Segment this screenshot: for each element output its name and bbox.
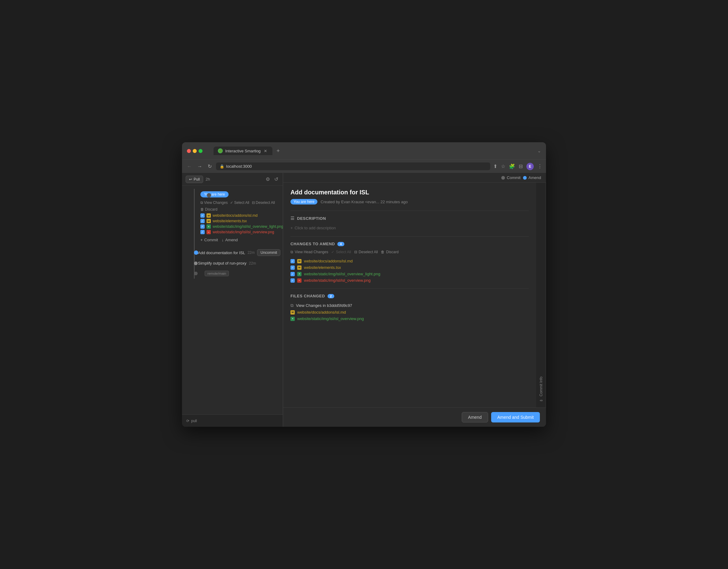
reload-button[interactable]: ↻ [207,162,213,170]
deselect-icon: ⊟ [252,200,255,205]
menu-icon[interactable]: ⋮ [537,163,542,169]
file-name[interactable]: website/docs/addons/isl.md [297,310,346,315]
left-file-list: ✓ M website/docs/addons/isl.md ✓ M websi… [197,213,279,235]
pull-button[interactable]: ↩ Pull [186,176,203,183]
description-header: ☰ DESCRIPTION [290,216,529,221]
file-name[interactable]: website/static/img/isl/isl_overview.png [304,278,370,282]
right-select-all-button[interactable]: ✓ Select All [331,250,351,254]
files-changed-header: FILES CHANGED 2 [290,294,529,298]
discard-button[interactable]: 🗑 Discard [200,207,218,211]
right-changes-file-list: ✓ M website/docs/addons/isl.md ✓ M websi… [290,258,529,283]
active-tab[interactable]: 🌿 Interactive Smartlog ✕ [214,146,272,155]
sidebar-icon[interactable]: ⊟ [519,163,523,169]
status-text: pull [191,419,197,423]
trash-icon: 🗑 [381,250,385,254]
file-checkbox[interactable]: ✓ [290,265,295,270]
file-checkbox[interactable]: ✓ [290,259,295,263]
file-checkbox[interactable]: ✓ [290,272,295,276]
add-description-button[interactable]: + Click to add description [290,224,529,231]
close-button[interactable] [187,149,191,153]
smartlog: You are here ⧉ View Changes ✓ Select All [182,186,283,415]
file-checkbox[interactable]: ✓ [200,213,205,218]
file-name[interactable]: website/static/img/isl/isl_overview.png [297,317,364,321]
file-type-badge-added: + [207,224,211,229]
file-type-badge: M [297,259,301,263]
right-content: Add documentation for ISL You are here C… [283,183,536,408]
description-label: DESCRIPTION [297,216,326,221]
file-type-badge-modified: M [207,219,211,223]
file-name[interactable]: website/static/img/isl/isl_overview_ligh… [304,271,380,276]
titlebar: 🌿 Interactive Smartlog ✕ + ⌄ [182,142,546,159]
changes-toolbar: ⧉ View Head Changes ✓ Select All ⊟ Desel… [290,250,529,254]
url-text: localhost:3000 [226,164,252,169]
right-discard-button[interactable]: 🗑 Discard [381,250,399,254]
view-head-changes-button[interactable]: ⧉ View Head Changes [290,250,328,254]
deselect-icon: ⊟ [354,250,357,254]
commit-action-button[interactable]: + Commit [200,237,218,243]
amend-mode-label[interactable]: Amend [529,175,541,180]
amend-toggle-dot [523,176,527,180]
files-changed-label: FILES CHANGED [290,294,325,298]
amend-action-button[interactable]: ↓ Amend [222,237,238,243]
amend-and-submit-button[interactable]: Amend and Submit [491,412,540,423]
lock-icon: 🔒 [220,164,224,169]
back-button[interactable]: ← [186,162,193,170]
forward-button[interactable]: → [196,162,203,170]
view-changes-in-commit[interactable]: ⧉ View Changes in b3ddd5fd9c97 [290,302,529,309]
file-type-badge: + [290,317,295,321]
list-item: + website/static/img/isl/isl_overview.pn… [290,316,529,322]
file-type-badge-removed: − [207,230,211,234]
right-toolbar: Commit Amend [283,173,546,183]
file-actions-toolbar: ⧉ View Changes ✓ Select All ⊟ Deselect A… [197,200,279,213]
minimize-button[interactable] [193,149,197,153]
uncommit-button[interactable]: Uncommit [257,249,280,256]
pull-label: Pull [194,177,200,181]
files-changed-list: M website/docs/addons/isl.md + website/s… [290,309,529,322]
tab-chevron-icon[interactable]: ⌄ [537,148,541,153]
commit-title: Add documentation for ISL [290,189,529,196]
bookmark-icon[interactable]: ☆ [501,163,505,169]
list-item: M website/docs/addons/isl.md [290,309,529,316]
deselect-all-button[interactable]: ⊟ Deselect All [252,200,275,205]
down-icon: ↓ [222,237,224,242]
address-field[interactable]: 🔒 localhost:3000 [216,162,490,170]
extensions-icon[interactable]: 🧩 [509,163,515,169]
amend-button[interactable]: Amend [462,412,488,423]
left-panel: ↩ Pull 2h ⚙ ↺ You are here [182,173,283,427]
file-name[interactable]: website/static/img/isl/isl_overview_ligh… [213,224,283,229]
file-name[interactable]: website/elements.tsx [304,265,341,270]
select-all-button[interactable]: ✓ Select All [230,200,249,205]
file-checkbox[interactable]: ✓ [290,278,295,282]
file-name[interactable]: website/static/img/isl/isl_overview.png [213,230,274,234]
tab-close-button[interactable]: ✕ [263,148,268,153]
commit-mode-label[interactable]: Commit [507,175,521,180]
list-item: ✓ M website/elements.tsx [290,264,529,271]
new-tab-button[interactable]: + [277,148,280,154]
user-avatar[interactable]: E [526,163,534,170]
pencil-icon: ✏ [539,398,543,403]
commit-info-sidebar[interactable]: ✏ Commit Info [536,183,546,408]
bottom-status-bar: ⟳ pull [182,415,283,427]
file-name[interactable]: website/docs/addons/isl.md [213,213,258,218]
time-label: 2h [206,177,262,181]
mode-toggle: Commit [501,175,521,180]
commit-message: Simplify output of run-proxy [198,261,246,265]
view-changes-label: View Changes in b3ddd5fd9c97 [296,303,352,308]
share-icon[interactable]: ⬆ [493,163,497,169]
refresh-icon[interactable]: ↺ [273,175,279,183]
commit-message: Add documentation for ISL [198,250,245,255]
file-type-badge: M [297,265,301,270]
list-item: ✓ M website/elements.tsx [200,218,279,224]
maximize-button[interactable] [199,149,203,153]
commit-time: 22m [249,261,256,265]
view-changes-button[interactable]: ⧉ View Changes [200,200,228,205]
right-deselect-all-button[interactable]: ⊟ Deselect All [354,250,378,254]
app-window: 🌿 Interactive Smartlog ✕ + ⌄ ← → ↻ 🔒 loc… [182,142,546,427]
file-name[interactable]: website/elements.tsx [213,219,247,223]
file-name[interactable]: website/docs/addons/isl.md [304,259,353,263]
file-checkbox[interactable]: ✓ [200,219,205,223]
commit-entry: Add documentation for ISL 22m Uncommit [197,247,283,258]
file-checkbox[interactable]: ✓ [200,230,205,234]
settings-icon[interactable]: ⚙ [265,175,271,183]
file-checkbox[interactable]: ✓ [200,224,205,229]
